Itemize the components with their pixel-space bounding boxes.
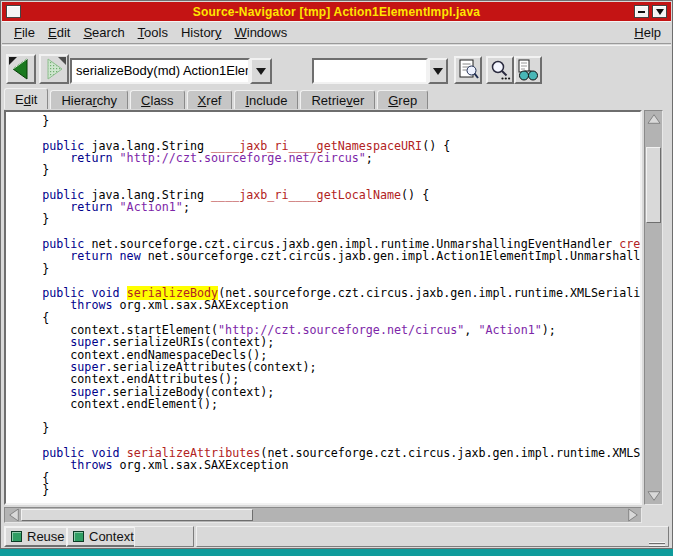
menu-history[interactable]: History [181, 25, 221, 40]
chevron-down-icon [433, 68, 443, 80]
code-line: } [14, 164, 640, 176]
code-line: context.endElement(); [14, 398, 640, 410]
scroll-down-arrow[interactable] [646, 489, 661, 503]
context-label: Context [89, 529, 134, 544]
reuse-button[interactable]: Reuse [4, 526, 75, 547]
tab-class[interactable]: Class [130, 90, 185, 109]
app-window: Source-Navigator [tmp] Action1ElementImp… [0, 0, 673, 549]
tab-xref[interactable]: Xref [187, 90, 233, 109]
menubar: File Edit Search Tools History Windows H… [2, 21, 671, 44]
code-line: } [14, 263, 640, 275]
code-line: throws org.xml.sax.SAXException [14, 299, 640, 311]
code-line [14, 410, 640, 422]
view-source-icon [456, 58, 480, 82]
menu-search[interactable]: Search [83, 25, 124, 40]
tab-bar: Edit Hierarchy Class Xref Include Retrie… [4, 88, 428, 109]
grep-button[interactable] [514, 56, 542, 84]
reuse-led-icon [11, 531, 22, 542]
scroll-left-arrow[interactable] [6, 508, 21, 522]
search-combobox-input[interactable] [312, 58, 428, 84]
tab-edit[interactable]: Edit [4, 88, 48, 109]
minimize-icon [638, 11, 645, 13]
shade-button[interactable] [652, 5, 667, 18]
reuse-label: Reuse [27, 529, 65, 544]
code-editor[interactable]: } public java.lang.String ____jaxb_ri___… [4, 110, 642, 505]
tab-grep[interactable]: Grep [377, 90, 428, 109]
toolbar: serializeBody(md) Action1Elemen [2, 45, 671, 89]
menu-windows[interactable]: Windows [234, 25, 287, 40]
code-line: { [14, 472, 640, 484]
code-line: } [14, 115, 640, 127]
vertical-scrollbar[interactable] [644, 110, 663, 505]
horizontal-scrollbar[interactable] [4, 507, 642, 523]
vertical-scroll-thumb[interactable] [646, 147, 661, 223]
search-icon [488, 58, 512, 82]
chevron-down-icon [256, 68, 266, 80]
resize-grip[interactable] [649, 542, 665, 548]
symbol-combobox-input[interactable]: serializeBody(md) Action1Elemen [70, 58, 250, 84]
minimize-button[interactable] [634, 5, 649, 18]
menu-file[interactable]: File [14, 25, 35, 40]
forward-arrow-icon [41, 56, 67, 82]
code-line: return "Action1"; [14, 201, 640, 213]
code-line: } [14, 484, 640, 496]
menu-help[interactable]: Help [634, 25, 661, 40]
code-line: return "http://czt.sourceforge.net/circu… [14, 152, 640, 164]
code-line: return new net.sourceforge.czt.circus.ja… [14, 250, 640, 262]
context-led-icon [73, 531, 84, 542]
window-title: Source-Navigator [tmp] Action1ElementImp… [2, 5, 671, 19]
status-panel-wide [196, 526, 669, 547]
scroll-up-arrow[interactable] [646, 112, 661, 126]
horizontal-scroll-thumb[interactable] [21, 509, 253, 521]
tab-retriever[interactable]: Retriever [300, 90, 375, 109]
code-line: } [14, 213, 640, 225]
forward-button[interactable] [39, 54, 69, 84]
chevron-down-icon [656, 9, 664, 19]
status-panel-small [134, 526, 194, 547]
symbol-combobox-arrow[interactable] [250, 58, 272, 84]
code-line: throws org.xml.sax.SAXException [14, 459, 640, 471]
scroll-right-arrow[interactable] [625, 508, 640, 522]
grep-binoculars-icon [516, 58, 540, 82]
code-line: } [14, 422, 640, 434]
menu-edit[interactable]: Edit [48, 25, 70, 40]
menu-tools[interactable]: Tools [138, 25, 168, 40]
back-arrow-icon [8, 56, 34, 82]
back-button[interactable] [6, 54, 36, 84]
view-source-button[interactable] [454, 56, 482, 84]
tab-hierarchy[interactable]: Hierarchy [50, 90, 128, 109]
search-button[interactable] [486, 56, 514, 84]
search-combobox-arrow[interactable] [428, 58, 448, 84]
tab-include[interactable]: Include [234, 90, 298, 109]
title-bar[interactable]: Source-Navigator [tmp] Action1ElementImp… [2, 2, 671, 21]
code-area[interactable]: } public java.lang.String ____jaxb_ri___… [6, 112, 640, 503]
context-button[interactable]: Context [66, 526, 144, 547]
